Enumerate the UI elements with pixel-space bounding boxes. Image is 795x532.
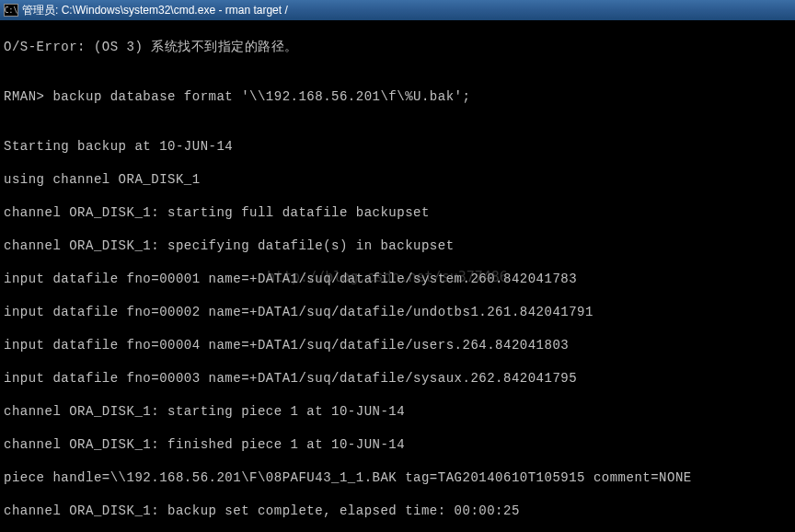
- terminal-line: input datafile fno=00001 name=+DATA1/suq…: [4, 271, 791, 287]
- terminal-line: channel ORA_DISK_1: finished piece 1 at …: [4, 436, 791, 453]
- cmd-icon: C:\: [4, 4, 18, 17]
- terminal-line: O/S-Error: (OS 3) 系统找不到指定的路径。: [4, 39, 791, 55]
- terminal-line: input datafile fno=00004 name=+DATA1/suq…: [4, 337, 791, 353]
- terminal-line: input datafile fno=00003 name=+DATA1/suq…: [4, 370, 791, 387]
- terminal-line: RMAN> backup database format '\\192.168.…: [4, 88, 791, 105]
- window-titlebar: C:\ 管理员: C:\Windows\system32\cmd.exe - r…: [0, 0, 795, 20]
- terminal-line: channel ORA_DISK_1: specifying datafile(…: [4, 237, 791, 254]
- terminal-line: channel ORA_DISK_1: backup set complete,…: [4, 503, 791, 519]
- terminal-line: Starting backup at 10-JUN-14: [4, 138, 791, 155]
- terminal-line: piece handle=\\192.168.56.201\F\08PAFU43…: [4, 469, 791, 486]
- window-title: 管理员: C:\Windows\system32\cmd.exe - rman …: [22, 3, 288, 18]
- terminal-line: using channel ORA_DISK_1: [4, 171, 791, 188]
- terminal-line: channel ORA_DISK_1: starting full datafi…: [4, 204, 791, 221]
- terminal-line: input datafile fno=00002 name=+DATA1/suq…: [4, 304, 791, 320]
- terminal-output[interactable]: O/S-Error: (OS 3) 系统找不到指定的路径。 RMAN> back…: [0, 20, 795, 532]
- terminal-line: channel ORA_DISK_1: starting piece 1 at …: [4, 403, 791, 420]
